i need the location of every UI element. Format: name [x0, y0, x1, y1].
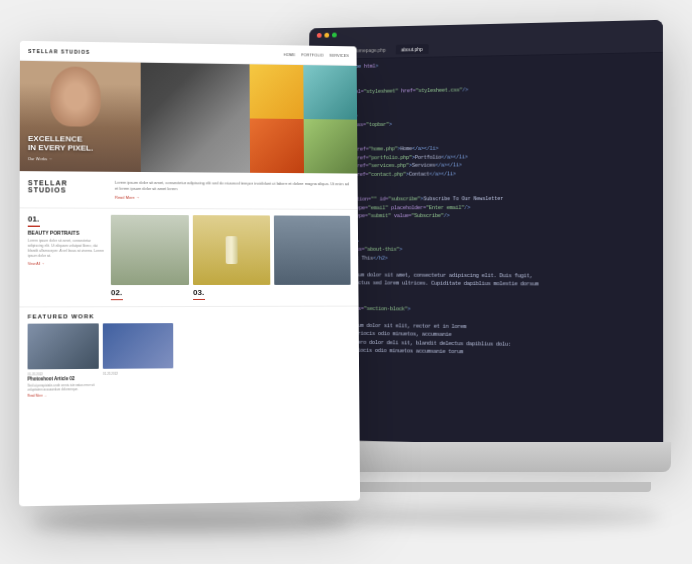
featured-section: FEATURED WORK 01.23.2022 Photoshoot Arti…	[19, 306, 359, 405]
code-area: <!doctype html> <html> <head> <link rel=…	[324, 53, 663, 448]
section-text-1: Lorem ipsum dolor sit amet, consectetur …	[28, 238, 107, 259]
hero-side-img-1	[250, 64, 304, 119]
website-mockup: STELLAR STUDIOS HOME PORTFOLIO SERVICES …	[19, 41, 360, 506]
dot-green	[332, 33, 337, 38]
featured-read-1[interactable]: Read More →	[27, 393, 98, 398]
hero-side-img-2	[303, 65, 357, 120]
hero-title: EXCELLENCEIN EVERY PIXEL.	[28, 134, 93, 154]
section-item-4	[274, 215, 351, 299]
dot-yellow	[324, 33, 329, 38]
section-img-beer	[193, 215, 270, 285]
featured-img-dance	[103, 323, 173, 369]
about-text: Lorem ipsum dolor sit amet, consectetur …	[115, 180, 350, 193]
section-title-1: BEAUTY PORTRAITS	[28, 230, 107, 237]
hero-side-img-3	[250, 118, 304, 173]
section-item-2: 02.	[111, 215, 189, 300]
site-logo: STELLAR STUDIOS	[28, 47, 90, 54]
beer-can	[226, 236, 238, 264]
laptop-shadow	[301, 507, 661, 527]
section-num-1: 01.	[28, 214, 107, 226]
section-item-1: 01. BEAUTY PORTRAITS Lorem ipsum dolor s…	[28, 214, 107, 300]
featured-item-2: 01.23.2022	[103, 323, 174, 397]
site-portfolio-section: 01. BEAUTY PORTRAITS Lorem ipsum dolor s…	[19, 208, 358, 306]
hero-side-img-4	[304, 119, 358, 174]
featured-article-title-1: Photoshoot Article 02	[28, 376, 99, 382]
section-img-portrait	[274, 215, 351, 284]
featured-desc-1: Sed ut perspiciatis unde omnis iste natu…	[27, 383, 98, 392]
dot-red	[317, 33, 322, 38]
section-link-1[interactable]: View All →	[28, 261, 107, 265]
section-num-3: 03.	[193, 288, 270, 300]
site-hero: EXCELLENCEIN EVERY PIXEL. Our Works →	[20, 61, 358, 174]
featured-title: FEATURED WORK	[28, 313, 351, 320]
tab-about[interactable]: about.php	[395, 44, 428, 54]
scene: style.css homepage.php about.php 12345 6…	[21, 22, 671, 542]
featured-items: 01.23.2022 Photoshoot Article 02 Sed ut …	[27, 322, 351, 398]
featured-img-people	[28, 323, 99, 369]
section-num-2: 02.	[111, 288, 189, 300]
featured-date-2: 01.23.2022	[103, 371, 173, 376]
section-img-woman2	[111, 215, 189, 285]
about-read-more[interactable]: Read More →	[115, 195, 350, 201]
site-about: STELLAR STUDIOS Lorem ipsum dolor sit am…	[20, 171, 358, 210]
nav-home[interactable]: HOME	[284, 52, 296, 57]
featured-item-1: 01.23.2022 Photoshoot Article 02 Sed ut …	[27, 323, 98, 398]
nav-services[interactable]: SERVICES	[329, 53, 349, 58]
website-shadow	[31, 512, 351, 532]
hero-text: EXCELLENCEIN EVERY PIXEL. Our Works →	[28, 134, 93, 162]
laptop-foot	[311, 482, 651, 492]
site-nav-links: HOME PORTFOLIO SERVICES	[284, 52, 349, 58]
about-title: STELLAR STUDIOS	[28, 179, 109, 200]
section-item-3: 03.	[193, 215, 271, 300]
nav-portfolio[interactable]: PORTFOLIO	[301, 52, 323, 57]
hero-side-images	[250, 64, 358, 173]
hero-cta[interactable]: Our Works →	[28, 156, 93, 162]
